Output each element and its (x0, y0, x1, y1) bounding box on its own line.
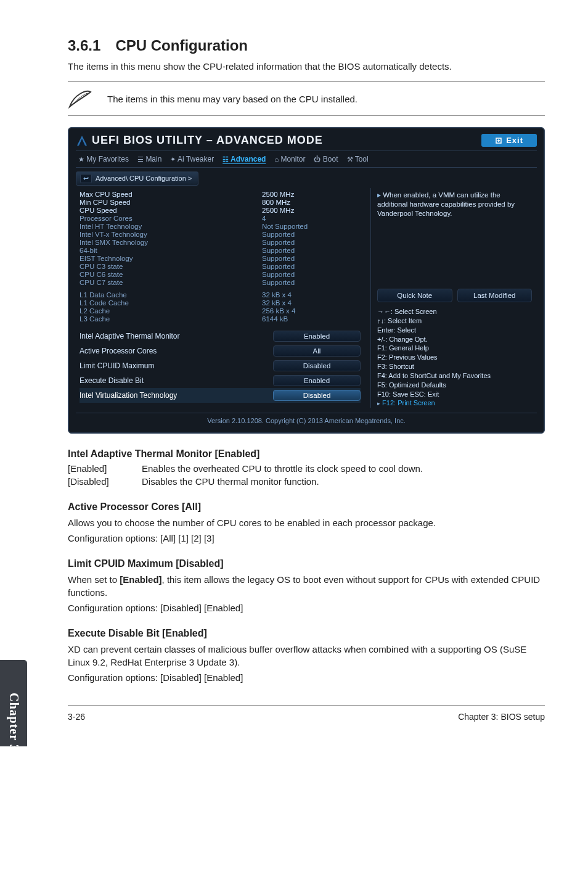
setting-label: Execute Disable Bit (80, 376, 144, 385)
section-number: 3.6.1 (68, 37, 100, 54)
setting-value-pill[interactable]: Disabled (273, 390, 361, 401)
setting-value-pill[interactable]: All (273, 345, 361, 357)
key-help-line: F3: Shortcut (377, 362, 532, 371)
info-value: Supported (262, 231, 361, 238)
opt-val: Enables the overheated CPU to throttle i… (142, 463, 545, 474)
chapter-tab: Chapter 3 (0, 660, 27, 746)
bios-version-text: Version 2.10.1208. Copyright (C) 2013 Am… (76, 413, 537, 424)
tab-tool[interactable]: ⚒ Tool (347, 155, 369, 163)
bios-tabs: ★ My Favorites ☰ Main ✦ Ai Tweaker ☷ Adv… (76, 151, 537, 168)
monitor-icon: ⌂ (274, 155, 279, 163)
info-value: 2500 MHz (262, 191, 361, 198)
cache-label: L1 Code Cache (80, 299, 262, 307)
key-help-line: +/-: Change Opt. (377, 335, 532, 344)
exit-icon (495, 137, 502, 144)
cache-value: 256 kB x 4 (262, 307, 361, 315)
option-title-apc: Active Processor Cores [All] (68, 501, 545, 513)
key-help-line: F4: Add to ShortCut and My Favorites (377, 371, 532, 381)
section-subtitle: The items in this menu show the CPU-rela… (68, 60, 545, 73)
boot-icon: ⏻ (314, 155, 321, 163)
cache-label: L1 Data Cache (80, 291, 262, 299)
setting-row[interactable]: Execute Disable BitEnabled (80, 373, 361, 388)
tab-monitor[interactable]: ⌂ Monitor (274, 155, 305, 163)
bios-logo-row: UEFI BIOS UTILITY – ADVANCED MODE (76, 134, 323, 147)
info-value: Supported (262, 263, 361, 270)
info-label: 64-bit (80, 247, 262, 254)
setting-value-pill[interactable]: Enabled (273, 331, 361, 342)
cpu-info-grid: Max CPU Speed2500 MHzMin CPU Speed800 MH… (80, 191, 361, 286)
setting-label: Active Processor Cores (80, 347, 157, 355)
exit-button[interactable]: Exit (481, 134, 537, 147)
info-value: 4 (262, 215, 361, 222)
info-value: 800 MHz (262, 199, 361, 206)
tab-advanced[interactable]: ☷ Advanced (223, 155, 266, 163)
edb-cfg: Configuration options: [Disabled] [Enabl… (68, 672, 545, 683)
note-text: The items in this menu may vary based on… (107, 94, 357, 104)
breadcrumb-text: Advanced\ CPU Configuration > (96, 175, 192, 182)
info-label: EIST Technology (80, 255, 262, 262)
info-label: CPU Speed (80, 207, 262, 214)
note-row: The items in this menu may vary based on… (68, 81, 545, 116)
note-icon (68, 88, 92, 109)
advanced-icon: ☷ (223, 155, 229, 163)
info-value: Supported (262, 271, 361, 278)
key-help-line: →←: Select Screen (377, 307, 532, 316)
key-help-line: F5: Optimized Defaults (377, 381, 532, 390)
cache-value: 32 kB x 4 (262, 299, 361, 307)
info-value: Supported (262, 255, 361, 262)
key-help-line: F1: General Help (377, 344, 532, 353)
cache-value: 32 kB x 4 (262, 291, 361, 299)
footer-page: 3-26 (68, 712, 85, 722)
page-footer: 3-26 Chapter 3: BIOS setup (68, 705, 545, 722)
info-label: Intel SMX Technology (80, 239, 262, 246)
setting-label: Limit CPUID Maximum (80, 361, 154, 370)
setting-row[interactable]: Intel Adaptive Thermal MonitorEnabled (80, 329, 361, 344)
back-icon[interactable]: ↩ (80, 174, 92, 183)
tab-ai-tweaker[interactable]: ✦ Ai Tweaker (170, 155, 214, 163)
info-label: Intel VT-x Technology (80, 231, 262, 238)
key-help-line: ↑↓: Select Item (377, 316, 532, 326)
breadcrumb[interactable]: ↩Advanced\ CPU Configuration > (76, 171, 198, 186)
quick-note-button[interactable]: Quick Note (377, 289, 452, 302)
opt-val: Disables the CPU thermal monitor functio… (142, 476, 545, 487)
info-label: Max CPU Speed (80, 191, 262, 198)
opt-key: [Disabled] (68, 476, 142, 487)
info-label: CPU C3 state (80, 263, 262, 270)
setting-value-pill[interactable]: Disabled (273, 360, 361, 371)
cache-label: L3 Cache (80, 315, 262, 323)
key-help-line: F2: Previous Values (377, 353, 532, 362)
setting-row[interactable]: Limit CPUID MaximumDisabled (80, 358, 361, 373)
info-value: Supported (262, 279, 361, 286)
opt-key: [Enabled] (68, 463, 142, 474)
key-help-list: →←: Select Screen↑↓: Select ItemEnter: S… (377, 307, 532, 408)
footer-chapter: Chapter 3: BIOS setup (458, 712, 545, 722)
option-title-edb: Execute Disable Bit [Enabled] (68, 628, 545, 639)
setting-label: Intel Virtualization Technology (80, 391, 177, 400)
key-help-line: F10: Save ESC: Exit (377, 390, 532, 399)
info-label: Processor Cores (80, 215, 262, 222)
tab-favorites[interactable]: ★ My Favorites (78, 155, 129, 163)
tab-main[interactable]: ☰ Main (137, 155, 161, 163)
option-title-thermal: Intel Adaptive Thermal Monitor [Enabled] (68, 448, 545, 460)
edb-desc: XD can prevent certain classes of malici… (68, 643, 545, 669)
settings-list: Intel Adaptive Thermal MonitorEnabledAct… (80, 329, 361, 403)
cache-label: L2 Cache (80, 307, 262, 315)
option-table-thermal: [Enabled] Enables the overheated CPU to … (68, 463, 545, 487)
section-heading: 3.6.1CPU Configuration (68, 37, 545, 54)
info-label: CPU C7 state (80, 279, 262, 286)
key-help-line: ▸ F12: Print Screen (377, 398, 532, 408)
tab-boot[interactable]: ⏻ Boot (314, 155, 338, 163)
setting-row[interactable]: Active Processor CoresAll (80, 344, 361, 358)
setting-row[interactable]: Intel Virtualization TechnologyDisabled (80, 388, 361, 403)
tweaker-icon: ✦ (170, 155, 176, 163)
apc-desc: Allows you to choose the number of CPU c… (68, 516, 545, 529)
cache-grid: L1 Data Cache32 kB x 4L1 Code Cache32 kB… (80, 291, 361, 323)
info-value: Not Supported (262, 223, 361, 230)
info-value: 2500 MHz (262, 207, 361, 214)
setting-value-pill[interactable]: Enabled (273, 375, 361, 386)
exit-label: Exit (506, 136, 523, 145)
info-label: Intel HT Technology (80, 223, 262, 230)
info-value: Supported (262, 247, 361, 254)
last-modified-button[interactable]: Last Modified (457, 289, 533, 302)
help-text: ▸ When enabled, a VMM can utilize the ad… (377, 191, 532, 218)
